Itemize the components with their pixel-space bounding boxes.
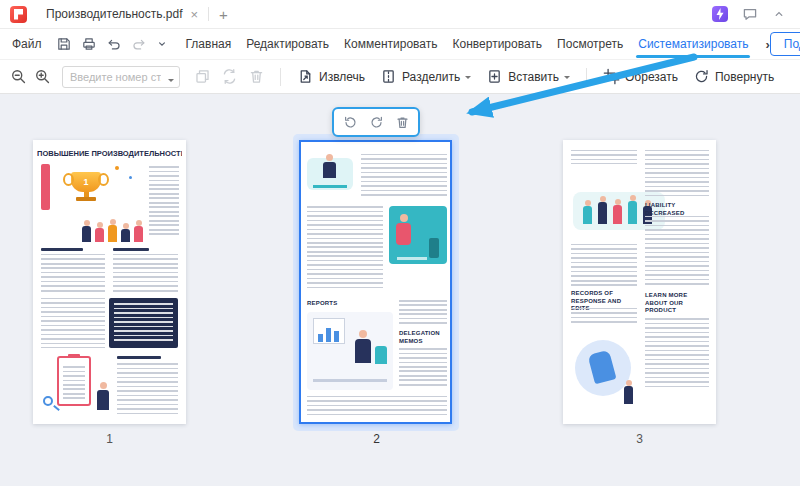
print-icon[interactable]: [81, 36, 97, 52]
menubar: Файл Главная Редактировать Комментироват…: [0, 29, 800, 60]
insert-label: Вставить: [508, 70, 559, 84]
chevron-down-icon[interactable]: [156, 38, 168, 50]
meeting-illustration: [307, 312, 393, 390]
text-placeholder: [571, 150, 637, 164]
split-button[interactable]: Разделить: [376, 68, 475, 85]
upgrade-icon[interactable]: [712, 6, 728, 22]
text-placeholder: [149, 166, 179, 238]
menu-view[interactable]: Посмотреть: [557, 37, 623, 51]
toolbar-separator: [586, 68, 587, 86]
page-thumbnail-1[interactable]: ПОВЫШЕНИЕ ПРОИЗВОДИТЕЛЬНОСТИ 1: [33, 140, 186, 424]
highlight-box: [109, 298, 178, 348]
pdf-editor-window: Производительность.pdf × + Файл Главная …: [0, 0, 800, 486]
clipboard-illustration: [41, 354, 113, 418]
redo-icon[interactable]: [131, 36, 147, 52]
page-number-label: 1: [33, 432, 186, 446]
toolbar-separator: [280, 68, 281, 86]
menu-comment[interactable]: Комментировать: [344, 37, 437, 51]
text-placeholder: [571, 244, 637, 286]
message-icon[interactable]: [742, 6, 758, 22]
quick-access-icons: [56, 36, 168, 52]
chevron-down-icon: [465, 76, 471, 82]
document-tab[interactable]: Производительность.pdf ×: [36, 0, 208, 28]
replace-icon: [221, 68, 238, 85]
text-placeholder: [307, 396, 447, 418]
rotate-button[interactable]: Повернуть: [689, 68, 778, 85]
chevron-down-icon[interactable]: [168, 79, 174, 85]
thumbs-up-illustration: [571, 332, 635, 408]
split-label: Разделить: [402, 70, 460, 84]
text-placeholder: [645, 216, 709, 288]
menu-edit[interactable]: Редактировать: [246, 37, 329, 51]
extract-label: Извлечь: [319, 70, 365, 84]
trophy-illustration: 1: [41, 164, 143, 242]
split-icon: [380, 68, 397, 85]
text-placeholder: [307, 206, 383, 290]
page2-heading-delegation: DELEGATION MEMOS: [399, 330, 447, 345]
close-tab-icon[interactable]: ×: [191, 8, 199, 21]
titlebar-actions: [712, 6, 800, 22]
page3-heading-learn: LEARN MORE ABOUT OUR PRODUCT: [645, 292, 709, 315]
disabled-page-actions: [194, 68, 265, 85]
menu-convert[interactable]: Конвертировать: [453, 37, 543, 51]
extract-icon: [297, 68, 314, 85]
crop-button[interactable]: Обрезать: [599, 68, 682, 85]
insert-icon: [486, 68, 503, 85]
desk-illustration: [307, 152, 353, 194]
page-number-label: 2: [300, 432, 453, 446]
page-thumbnail-3[interactable]: RECORDS OF RESPONSE AND EDITS LIABILITY …: [563, 140, 716, 424]
menu-file[interactable]: Файл: [12, 37, 42, 51]
crop-icon: [603, 68, 620, 85]
chevron-down-icon: [564, 76, 570, 82]
page-thumbnail-2-selection[interactable]: REPORTS DELEGATION MEMOS: [293, 134, 459, 431]
pdfelement-logo: [10, 6, 27, 23]
text-placeholder: [399, 348, 447, 388]
rotate-label: Повернуть: [715, 70, 774, 84]
page3-heading-liability: LIABILITY DECREASED: [645, 202, 709, 217]
duplicate-icon: [194, 68, 211, 85]
text-placeholder: [571, 308, 637, 326]
zoom-out-icon[interactable]: [10, 68, 27, 85]
text-placeholder: [645, 318, 709, 388]
extract-button[interactable]: Извлечь: [293, 68, 369, 85]
page-organizer-canvas: ПОВЫШЕНИЕ ПРОИЗВОДИТЕЛЬНОСТИ 1: [0, 94, 800, 486]
page2-heading-reports: REPORTS: [307, 300, 337, 308]
titlebar: Производительность.pdf × +: [0, 0, 800, 29]
rotate-icon: [693, 68, 710, 85]
heading-placeholder: [113, 248, 149, 251]
undo-icon[interactable]: [106, 36, 122, 52]
heading-placeholder: [117, 356, 161, 359]
text-placeholder: [361, 154, 447, 198]
text-placeholder: [113, 254, 178, 294]
menu-home[interactable]: Главная: [186, 37, 232, 51]
save-icon[interactable]: [56, 36, 72, 52]
page-number-field: [62, 66, 180, 88]
trash-icon[interactable]: [395, 115, 410, 130]
page-number-input[interactable]: [62, 66, 180, 88]
new-tab-button[interactable]: +: [209, 6, 238, 23]
person-illustration: [389, 206, 447, 264]
menu-organize[interactable]: Систематизировать: [638, 37, 748, 51]
share-button[interactable]: Поделиться: [770, 32, 800, 56]
heading-placeholder: [41, 248, 83, 251]
text-placeholder: [41, 298, 105, 348]
text-placeholder: [645, 150, 709, 198]
zoom-in-icon[interactable]: [34, 68, 51, 85]
trash-icon: [248, 68, 265, 85]
text-placeholder: [117, 363, 178, 417]
insert-button[interactable]: Вставить: [482, 68, 574, 85]
main-menu: Главная Редактировать Комментировать Кон…: [186, 37, 770, 52]
tab-title: Производительность.pdf: [46, 7, 183, 21]
collapse-icon[interactable]: [772, 7, 786, 21]
selected-page-toolbar: [332, 107, 420, 137]
text-placeholder: [399, 300, 447, 324]
crop-label: Обрезать: [625, 70, 678, 84]
organize-toolbar: Извлечь Разделить Вставить Обрезать Пове…: [0, 60, 800, 94]
text-placeholder: [41, 254, 105, 294]
rotate-right-icon[interactable]: [369, 115, 384, 130]
trophy-number: 1: [83, 177, 88, 187]
rotate-left-icon[interactable]: [343, 115, 358, 130]
page-number-label: 3: [563, 432, 716, 446]
page-thumbnail-2[interactable]: REPORTS DELEGATION MEMOS: [299, 140, 452, 424]
page1-title: ПОВЫШЕНИЕ ПРОИЗВОДИТЕЛЬНОСТИ: [37, 149, 182, 158]
